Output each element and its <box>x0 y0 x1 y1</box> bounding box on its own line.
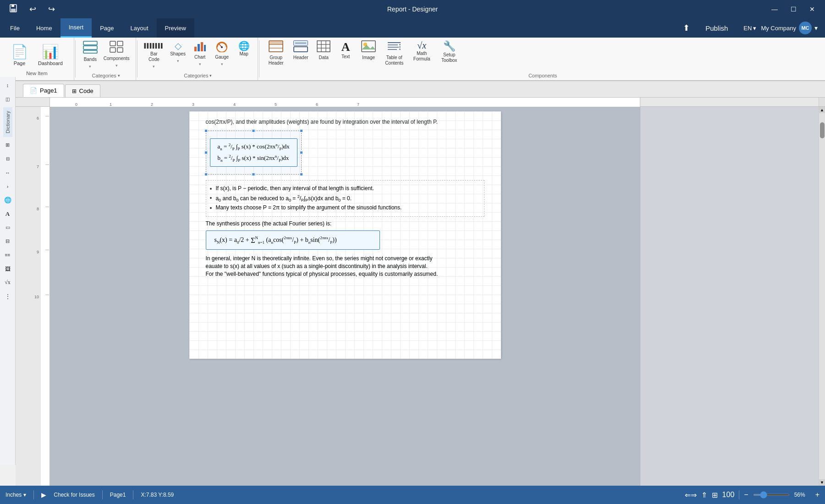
header-button[interactable]: Header <box>290 39 312 67</box>
sidebar-tool-5[interactable]: ↔ <box>1 166 14 179</box>
vertical-scrollbar[interactable]: ▲ ▼ <box>819 107 825 486</box>
view-mode-button[interactable]: ⊞ <box>712 491 718 499</box>
resize-handle-tr[interactable] <box>300 129 303 132</box>
zoom-out-button[interactable]: − <box>744 491 748 499</box>
sidebar-tool-10[interactable]: ≡≡ <box>1 249 14 262</box>
menu-preview[interactable]: Preview <box>157 18 194 38</box>
shapes-button[interactable]: ◇ Shapes <box>168 39 188 58</box>
close-button[interactable]: ✕ <box>805 4 820 15</box>
bands-button[interactable]: Bands <box>80 39 100 63</box>
share-button[interactable]: ⬆ <box>683 23 690 33</box>
tab-page1-label: Page1 <box>40 87 57 94</box>
categories-chevron: ▾ <box>118 73 120 78</box>
categories-label: Categories <box>92 73 116 78</box>
horizontal-ruler: 0 1 2 3 4 5 6 7 <box>16 98 825 107</box>
status-bar: Inches ▾ ▶ Check for Issues Page1 X:7.83… <box>0 486 825 504</box>
resize-handle-tl[interactable] <box>204 129 208 132</box>
chart-button[interactable]: Chart <box>190 39 210 61</box>
maximize-button[interactable]: ☐ <box>786 4 801 15</box>
menu-page[interactable]: Page <box>92 18 122 38</box>
check-issues-button[interactable]: Check for Issues <box>54 492 94 498</box>
menu-layout[interactable]: Layout <box>122 18 157 38</box>
undo-button[interactable]: ↩ <box>26 2 40 16</box>
page-scroll-area[interactable]: cos(2πx/P), and their amplitudes (weight… <box>50 107 640 486</box>
sidebar-tool-4[interactable]: ⊟ <box>1 153 14 165</box>
svg-rect-24 <box>294 47 308 52</box>
zoom-in-button[interactable]: + <box>815 491 820 499</box>
tab-page1[interactable]: 📄 Page1 <box>23 84 64 97</box>
math-formula-button[interactable]: √x MathFormula <box>409 39 434 67</box>
svg-rect-5 <box>83 50 97 53</box>
run-button[interactable]: ▶ <box>41 491 46 499</box>
tab-code-label: Code <box>79 88 94 94</box>
ruler-mark-7: 7 <box>357 102 359 107</box>
barcode-button[interactable]: ▌▌▌▌▌▌▌ BarCode <box>142 39 166 63</box>
sidebar-tool-7[interactable]: 🌐 <box>1 194 14 207</box>
resize-handle-ml[interactable] <box>204 151 208 154</box>
sidebar-tool-6[interactable]: › <box>1 180 14 193</box>
ruler-mark-4: 4 <box>233 102 236 107</box>
resize-handle-bc[interactable] <box>252 173 255 176</box>
dashboard-button[interactable]: 📊 Dashboard <box>34 42 66 68</box>
sidebar-tool-image[interactable]: 🖼 <box>1 263 14 275</box>
image-button[interactable]: Image <box>358 39 380 67</box>
setup-toolbox-button[interactable]: 🔧 SetupToolbox <box>436 39 462 67</box>
formula-component-1[interactable]: an = 2/P ∫P s(x) * cos(2πxn/P)dx bn = 2/… <box>206 131 302 175</box>
map-button[interactable]: 🌐 Map <box>234 39 254 58</box>
save-button[interactable] <box>6 2 21 16</box>
svg-rect-39 <box>399 49 401 50</box>
tab-page1-icon: 📄 <box>30 87 37 94</box>
scroll-thumb[interactable] <box>820 122 825 138</box>
dictionary-label[interactable]: Dictionary <box>3 107 12 137</box>
svg-marker-32 <box>362 45 375 49</box>
menu-file[interactable]: File <box>2 18 28 38</box>
svg-rect-10 <box>194 47 197 51</box>
units-selector[interactable]: Inches ▾ <box>6 492 26 498</box>
redo-button[interactable]: ↪ <box>44 2 59 16</box>
zoom-value-button[interactable]: 100 <box>722 491 735 499</box>
svg-rect-8 <box>110 48 116 52</box>
sidebar-tool-9[interactable]: ⊟ <box>1 235 14 248</box>
publish-button[interactable]: Publish <box>694 21 739 36</box>
sidebar-tool-2[interactable]: ◫ <box>1 93 14 105</box>
zoom-slider[interactable] <box>753 494 790 496</box>
menu-home[interactable]: Home <box>28 18 60 38</box>
app-window: ↩ ↪ Report - Designer — ☐ ✕ File Home In… <box>0 0 825 504</box>
user-avatar[interactable]: MC <box>799 22 812 34</box>
header-right: ⬆ Publish EN ▾ My Company MC ▾ <box>676 18 825 38</box>
intro-text: cos(2πx/P), and their amplitudes (weight… <box>206 119 484 125</box>
user-menu-button[interactable]: ▾ <box>814 24 818 32</box>
page-button[interactable]: 📄 Page <box>7 42 32 68</box>
scroll-up-button[interactable]: ▲ <box>819 107 825 113</box>
new-item-label: New Item <box>26 71 47 76</box>
toc-button[interactable]: Table ofContents <box>381 39 407 67</box>
gauge-button[interactable]: Gauge <box>212 39 232 61</box>
components-button[interactable]: Components <box>101 39 132 62</box>
resize-handle-bl[interactable] <box>204 173 208 176</box>
data-button[interactable]: Data <box>314 39 334 67</box>
sidebar-tool-8[interactable]: ▭ <box>1 221 14 234</box>
sidebar-tool-math[interactable]: √x <box>1 276 14 289</box>
doc-main-row: 6 7 8 9 10 <box>16 107 825 486</box>
resize-handle-mr[interactable] <box>300 151 303 154</box>
conclusion-3: For the "well-behaved" functions typical… <box>206 271 484 277</box>
sidebar-tool-1[interactable]: ↕ <box>1 79 14 92</box>
language-selector[interactable]: EN ▾ <box>743 25 756 32</box>
scroll-down-button[interactable]: ▼ <box>819 479 825 486</box>
menu-insert[interactable]: Insert <box>60 18 92 38</box>
group-header-button[interactable]: GroupHeader <box>264 39 288 67</box>
text-button[interactable]: A Text <box>336 39 356 67</box>
sidebar-tool-dots[interactable]: ⋮ <box>1 290 14 303</box>
page-sheet: cos(2πx/P), and their amplitudes (weight… <box>189 111 501 359</box>
resize-handle-br[interactable] <box>300 173 303 176</box>
sidebar-tool-3[interactable]: ⊞ <box>1 139 14 152</box>
resize-handle-tc[interactable] <box>252 129 255 132</box>
minimize-button[interactable]: — <box>767 4 782 15</box>
tab-code[interactable]: ⊞ Code <box>65 84 100 97</box>
sidebar-tool-text[interactable]: A <box>1 208 14 220</box>
svg-rect-37 <box>399 44 401 45</box>
svg-rect-11 <box>198 44 200 51</box>
fit-width-button[interactable]: ⇐⇒ <box>685 491 697 499</box>
fit-page-button[interactable]: ⇑ <box>701 491 707 499</box>
svg-rect-6 <box>110 41 116 46</box>
